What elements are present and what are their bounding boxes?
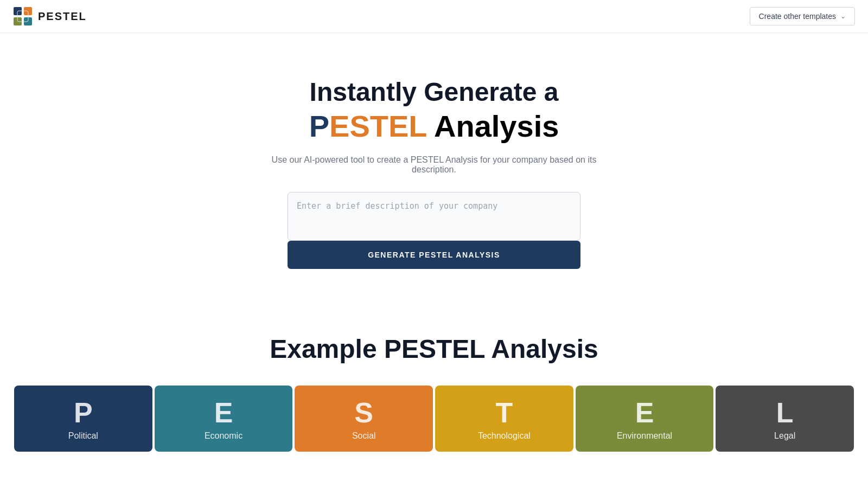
create-templates-button[interactable]: Create other templates ⌄ <box>750 7 855 25</box>
card-letter-technological: T <box>495 396 513 429</box>
letter-e2: E <box>388 109 409 143</box>
hero-title-line2: PESTEL Analysis <box>309 108 559 144</box>
create-templates-label: Create other templates <box>759 12 836 21</box>
pestel-card-social: SSocial <box>295 386 433 452</box>
company-description-input[interactable] <box>288 192 580 241</box>
card-name-social: Social <box>352 431 376 441</box>
card-letter-legal: L <box>776 396 794 429</box>
example-section: Example PESTEL Analysis PPoliticalEEcono… <box>0 301 868 452</box>
letter-e1: E <box>329 109 349 143</box>
pestel-card-legal: LLegal <box>716 386 854 452</box>
generate-pestel-button[interactable]: GENERATE PESTEL ANALYSIS <box>288 241 580 269</box>
pestel-cards-row: PPoliticalEEconomicSSocialTTechnological… <box>13 386 855 452</box>
hero-subtitle: Use our AI-powered tool to create a PEST… <box>266 155 602 175</box>
card-letter-political: P <box>74 396 93 429</box>
pestel-card-political: PPolitical <box>14 386 152 452</box>
generate-button-label: GENERATE PESTEL ANALYSIS <box>368 251 500 259</box>
letter-s: S <box>349 109 369 143</box>
pestel-colored-word: PESTEL <box>309 109 434 143</box>
letter-t: T <box>370 109 388 143</box>
card-letter-social: S <box>354 396 373 429</box>
card-name-legal: Legal <box>774 431 795 441</box>
logo-text: PESTEL <box>38 10 87 23</box>
header: PESTEL Create other templates ⌄ <box>0 0 868 33</box>
card-name-technological: Technological <box>478 431 531 441</box>
card-name-political: Political <box>68 431 98 441</box>
card-name-environmental: Environmental <box>617 431 672 441</box>
hero-title-line1: Instantly Generate a <box>310 76 559 108</box>
chevron-down-icon: ⌄ <box>840 12 846 20</box>
card-letter-environmental: E <box>635 396 654 429</box>
hero-section: Instantly Generate a PESTEL Analysis Use… <box>0 33 868 301</box>
pestel-card-economic: EEconomic <box>155 386 293 452</box>
pestel-logo-icon <box>13 7 33 26</box>
letter-p: P <box>309 109 329 143</box>
input-button-wrapper: GENERATE PESTEL ANALYSIS <box>288 192 580 269</box>
card-letter-economic: E <box>214 396 233 429</box>
logo-area: PESTEL <box>13 7 87 26</box>
pestel-card-technological: TTechnological <box>435 386 573 452</box>
card-name-economic: Economic <box>205 431 242 441</box>
letter-l: L <box>409 109 426 143</box>
example-section-title: Example PESTEL Analysis <box>270 334 598 364</box>
pestel-card-environmental: EEnvironmental <box>576 386 714 452</box>
analysis-text: Analysis <box>434 109 559 143</box>
